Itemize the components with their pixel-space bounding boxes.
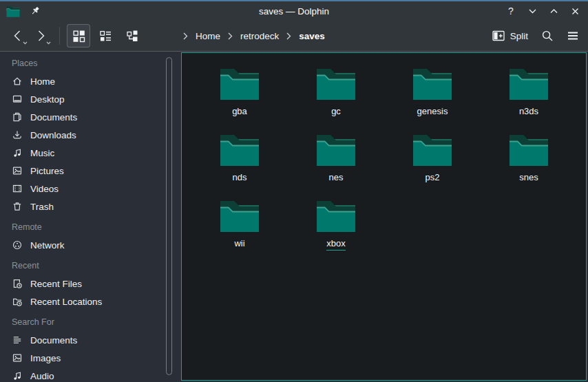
sidebar-item-label: Videos xyxy=(30,184,59,194)
home-icon xyxy=(12,76,23,87)
folder-label: xbox xyxy=(326,238,345,251)
app-folder-icon xyxy=(6,6,20,17)
maximize-icon xyxy=(549,7,558,16)
places-panel: Places Home Desktop Documents Downloads … xyxy=(0,52,181,382)
back-icon xyxy=(12,30,23,42)
folder-item-gc[interactable]: gc xyxy=(288,66,384,132)
folder-view[interactable]: gba gc genesis n3ds nds nes ps2 snes wii… xyxy=(181,52,587,381)
sidebar-item-search-audio[interactable]: Audio xyxy=(0,367,181,382)
sidebar-item-label: Documents xyxy=(30,112,77,123)
folder-item-snes[interactable]: snes xyxy=(481,132,577,198)
folder-icon xyxy=(220,198,260,233)
folder-label: wii xyxy=(234,238,244,248)
recent-files-icon xyxy=(12,278,23,289)
folder-item-genesis[interactable]: genesis xyxy=(384,66,481,132)
menu-button[interactable] xyxy=(567,30,579,42)
folder-item-n3ds[interactable]: n3ds xyxy=(481,66,577,132)
sidebar-item-recent-locations[interactable]: Recent Locations xyxy=(0,293,181,310)
sidebar-item-search-documents[interactable]: Documents xyxy=(0,331,181,349)
sidebar-item-music[interactable]: Music xyxy=(0,144,181,162)
folder-label: nds xyxy=(233,172,247,182)
folder-item-nds[interactable]: nds xyxy=(191,132,288,198)
breadcrumb-chevron-icon xyxy=(183,32,188,40)
search-icon xyxy=(541,30,554,42)
folder-item-wii[interactable]: wii xyxy=(191,198,288,264)
help-button[interactable]: ? xyxy=(505,5,517,17)
forward-icon xyxy=(36,30,46,42)
section-header-places: Places xyxy=(0,54,181,72)
folder-grid: gba gc genesis n3ds nds nes ps2 snes wii… xyxy=(182,53,586,264)
tree-view-button[interactable] xyxy=(120,24,144,47)
text-lines-icon xyxy=(12,335,23,346)
sidebar-item-search-images[interactable]: Images xyxy=(0,349,181,367)
folder-label: gc xyxy=(331,106,341,116)
sidebar-item-label: Home xyxy=(30,76,55,87)
breadcrumb-current[interactable]: saves xyxy=(299,31,325,41)
sidebar-item-home[interactable]: Home xyxy=(0,72,181,90)
downloads-icon xyxy=(12,129,23,140)
folder-label: genesis xyxy=(417,106,448,116)
pictures-icon xyxy=(12,165,23,176)
split-label: Split xyxy=(510,31,528,41)
folder-label: snes xyxy=(519,172,538,182)
forward-dropdown-caret-icon xyxy=(46,41,51,45)
recent-locations-icon xyxy=(12,296,23,307)
window-body: Places Home Desktop Documents Downloads … xyxy=(0,52,588,382)
minimize-button[interactable] xyxy=(526,5,538,17)
compact-view-button[interactable] xyxy=(94,24,117,47)
sidebar-item-label: Network xyxy=(30,240,65,251)
maximize-button[interactable] xyxy=(547,5,560,17)
sidebar-item-trash[interactable]: Trash xyxy=(0,198,181,215)
sidebar-item-network[interactable]: Network xyxy=(0,236,181,254)
breadcrumb-chevron-icon xyxy=(286,32,291,40)
folder-icon xyxy=(316,198,356,233)
folder-icon xyxy=(316,132,356,167)
folder-label: nes xyxy=(329,172,344,182)
documents-icon xyxy=(12,112,23,123)
sidebar-item-label: Images xyxy=(30,353,61,363)
section-header-remote: Remote xyxy=(0,218,181,236)
sidebar-item-recent-files[interactable]: Recent Files xyxy=(0,275,181,293)
videos-icon xyxy=(12,183,23,194)
music-icon xyxy=(12,370,23,381)
image-icon xyxy=(12,352,23,363)
close-button[interactable] xyxy=(569,5,581,17)
icons-view-button[interactable] xyxy=(67,24,90,47)
search-button[interactable] xyxy=(541,30,554,42)
section-header-search-for: Search For xyxy=(0,313,181,331)
desktop-icon xyxy=(12,94,23,105)
sidebar-item-label: Trash xyxy=(30,202,54,212)
folder-label: ps2 xyxy=(426,172,440,182)
sidebar-item-videos[interactable]: Videos xyxy=(0,180,181,198)
sidebar-item-pictures[interactable]: Pictures xyxy=(0,162,181,180)
breadcrumb-retrodeck[interactable]: retrodeck xyxy=(240,31,279,41)
forward-button[interactable] xyxy=(30,24,51,47)
sidebar-item-downloads[interactable]: Downloads xyxy=(0,126,181,144)
close-icon xyxy=(571,7,580,16)
titlebar[interactable]: saves — Dolphin ? xyxy=(0,1,588,21)
back-button[interactable] xyxy=(7,24,28,47)
compact-view-icon xyxy=(99,30,112,43)
breadcrumb: Home retrodeck saves xyxy=(183,21,325,51)
folder-item-ps2[interactable]: ps2 xyxy=(384,132,481,198)
network-icon xyxy=(12,240,23,251)
icons-view-icon xyxy=(72,30,85,43)
sidebar-item-desktop[interactable]: Desktop xyxy=(0,90,181,108)
help-icon: ? xyxy=(508,6,514,17)
folder-icon xyxy=(220,66,260,100)
breadcrumb-home[interactable]: Home xyxy=(196,31,220,41)
sidebar-item-documents[interactable]: Documents xyxy=(0,108,181,126)
pin-icon[interactable] xyxy=(30,6,41,17)
sidebar-item-label: Recent Locations xyxy=(30,297,102,307)
back-dropdown-caret-icon xyxy=(23,41,28,45)
folder-item-xbox[interactable]: xbox xyxy=(288,198,384,264)
split-button[interactable]: Split xyxy=(492,30,528,41)
folder-icon xyxy=(316,66,356,100)
sidebar-scrollbar[interactable] xyxy=(166,57,172,375)
breadcrumb-chevron-icon xyxy=(228,32,233,40)
folder-item-nes[interactable]: nes xyxy=(288,132,384,198)
sidebar-item-label: Recent Files xyxy=(30,279,82,289)
folder-item-gba[interactable]: gba xyxy=(191,66,288,132)
folder-label: gba xyxy=(232,106,247,116)
trash-icon xyxy=(12,201,23,212)
